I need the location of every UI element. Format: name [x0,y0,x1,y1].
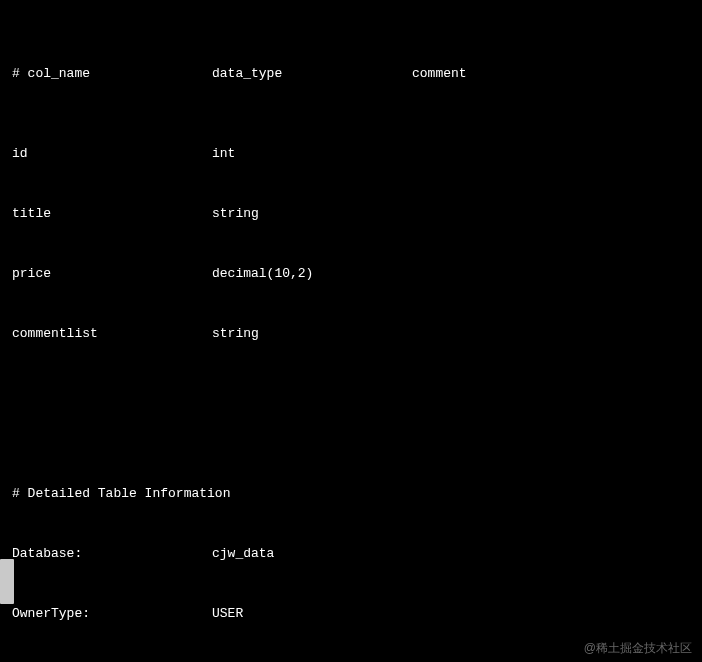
column-name: price [12,264,212,284]
schema-row: titlestring [12,204,692,224]
blank-line [12,404,692,424]
detail-value: cjw_data [212,544,274,564]
column-name: commentlist [12,324,212,344]
column-type: int [212,144,235,164]
detail-key: OwnerType: [12,604,212,624]
scrollbar-thumb[interactable] [0,559,14,604]
schema-header-row: # col_namedata_typecomment [12,64,692,84]
section-heading-detail: # Detailed Table Information [12,484,692,504]
detail-value: USER [212,604,243,624]
schema-header-colname: # col_name [12,64,212,84]
schema-row: idint [12,144,692,164]
column-name: title [12,204,212,224]
column-type: decimal(10,2) [212,264,313,284]
detail-key: Database: [12,544,212,564]
schema-header-datatype: data_type [212,64,412,84]
detail-row: OwnerType:USER [12,604,692,624]
column-type: string [212,324,259,344]
detail-row: Database:cjw_data [12,544,692,564]
schema-row: pricedecimal(10,2) [12,264,692,284]
schema-row: commentliststring [12,324,692,344]
schema-header-comment: comment [412,64,467,84]
terminal-output[interactable]: # col_namedata_typecomment idint titlest… [0,0,702,662]
column-type: string [212,204,259,224]
column-name: id [12,144,212,164]
watermark-text: @稀土掘金技术社区 [584,638,692,658]
